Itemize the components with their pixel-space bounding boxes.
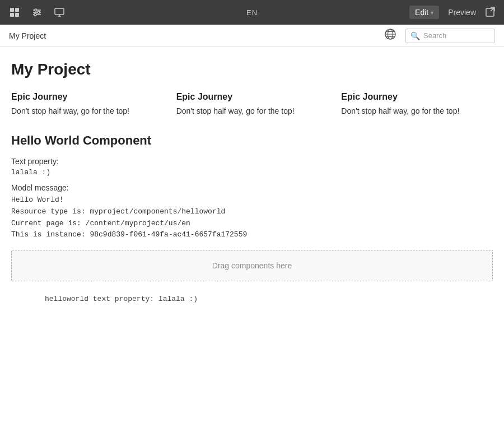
svg-point-9 bbox=[34, 13, 36, 16]
model-message-label: Model message: bbox=[11, 183, 493, 192]
epic-col-2: Epic Journey Don't stop half way, go for… bbox=[176, 92, 328, 115]
share-icon[interactable] bbox=[485, 6, 497, 18]
epic-col-1-title: Epic Journey bbox=[11, 92, 163, 102]
svg-rect-0 bbox=[10, 8, 14, 12]
sliders-icon[interactable] bbox=[29, 4, 45, 20]
layout-icon[interactable] bbox=[7, 4, 22, 20]
svg-rect-10 bbox=[55, 8, 64, 15]
monitor-icon[interactable] bbox=[52, 4, 67, 20]
epic-col-1-body: Don't stop half way, go for the top! bbox=[11, 106, 163, 115]
svg-rect-2 bbox=[10, 13, 14, 17]
model-message-line-2: Resource type is: myproject/components/h… bbox=[11, 206, 493, 218]
language-label: EN bbox=[246, 8, 258, 17]
text-property-label: Text property: bbox=[11, 157, 493, 166]
search-icon: 🔍 bbox=[410, 31, 420, 40]
top-nav: EN Edit ▾ Preview bbox=[0, 0, 504, 25]
epic-col-2-title: Epic Journey bbox=[176, 92, 328, 102]
svg-point-8 bbox=[38, 11, 40, 13]
chevron-down-icon: ▾ bbox=[431, 10, 433, 16]
breadcrumb: My Project bbox=[9, 31, 380, 40]
preview-button[interactable]: Preview bbox=[448, 8, 476, 17]
model-message-line-3: Current page is: /content/myproject/us/e… bbox=[11, 218, 493, 230]
svg-rect-3 bbox=[15, 13, 19, 17]
model-message-line-1: Hello World! bbox=[11, 194, 493, 206]
top-nav-center: EN bbox=[172, 8, 333, 17]
epic-col-3-body: Don't stop half way, go for the top! bbox=[341, 106, 493, 115]
breadcrumb-bar: My Project 🔍 bbox=[0, 25, 504, 47]
edit-button[interactable]: Edit ▾ bbox=[409, 6, 439, 19]
epic-columns: Epic Journey Don't stop half way, go for… bbox=[11, 92, 493, 115]
model-message-block: Hello World! Resource type is: myproject… bbox=[11, 194, 493, 241]
globe-icon[interactable] bbox=[384, 28, 396, 43]
epic-col-1: Epic Journey Don't stop half way, go for… bbox=[11, 92, 163, 115]
epic-col-2-body: Don't stop half way, go for the top! bbox=[176, 106, 328, 115]
top-nav-left bbox=[7, 4, 167, 20]
hello-world-title: Hello World Component bbox=[11, 133, 493, 148]
search-input[interactable] bbox=[423, 31, 490, 40]
search-container[interactable]: 🔍 bbox=[405, 29, 495, 43]
page-title: My Project bbox=[11, 61, 493, 78]
epic-col-3: Epic Journey Don't stop half way, go for… bbox=[341, 92, 493, 115]
drag-components-area[interactable]: Drag components here bbox=[11, 250, 493, 281]
drag-area-label: Drag components here bbox=[212, 261, 292, 270]
main-content: My Project Epic Journey Don't stop half … bbox=[0, 47, 504, 317]
top-nav-right: Edit ▾ Preview bbox=[337, 6, 497, 19]
model-message-line-4: This is instance: 98c9d839-f061-49fa-ac4… bbox=[11, 229, 493, 241]
text-property-value: lalala :) bbox=[11, 168, 493, 176]
epic-col-3-title: Epic Journey bbox=[341, 92, 493, 102]
svg-point-7 bbox=[35, 9, 37, 11]
footer-mono: helloworld text property: lalala :) bbox=[11, 295, 493, 303]
svg-rect-1 bbox=[15, 8, 19, 12]
